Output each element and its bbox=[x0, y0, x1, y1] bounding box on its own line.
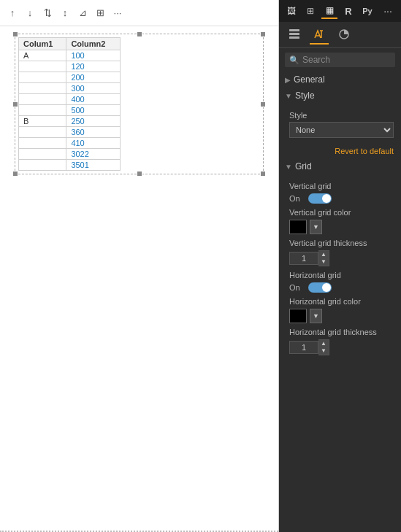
table-row: 200 bbox=[19, 72, 121, 83]
style-section-content: Style None Minimal Bold header Alternati… bbox=[279, 104, 401, 144]
resize-top-right[interactable] bbox=[260, 31, 266, 37]
vertical-grid-color-box[interactable] bbox=[289, 220, 307, 234]
col2-header: Column2 bbox=[66, 38, 121, 50]
resize-bot-right[interactable] bbox=[260, 171, 266, 177]
style-chevron-icon: ▼ bbox=[285, 92, 292, 100]
svg-rect-0 bbox=[289, 29, 299, 31]
general-section-label: General bbox=[294, 74, 325, 85]
right-panel: 🖼 ⊞ ▦ R Py ··· bbox=[279, 0, 401, 532]
panel-top-icons: 🖼 ⊞ ▦ R Py ··· bbox=[279, 0, 401, 22]
expand-icon[interactable]: ⊞ bbox=[93, 7, 107, 20]
horizontal-grid-thickness-up[interactable]: ▲ bbox=[318, 340, 329, 347]
resize-mid-right[interactable] bbox=[260, 101, 266, 107]
value-cell: 100 bbox=[66, 50, 121, 61]
value-cell: 410 bbox=[66, 138, 121, 149]
horizontal-grid-toggle[interactable] bbox=[308, 282, 332, 293]
value-cell: 200 bbox=[66, 72, 121, 83]
vertical-grid-color-label: Vertical grid color bbox=[289, 208, 394, 217]
py-icon[interactable]: Py bbox=[359, 3, 375, 19]
vertical-grid-thickness-up[interactable]: ▲ bbox=[318, 251, 329, 258]
group-a-label: A bbox=[19, 50, 66, 61]
vertical-grid-color-row: ▼ bbox=[289, 220, 394, 234]
grid-icon[interactable]: ▦ bbox=[321, 3, 337, 19]
grid-section-label: Grid bbox=[295, 161, 312, 171]
table-row: B 250 bbox=[19, 116, 121, 127]
search-input[interactable] bbox=[302, 55, 391, 65]
revert-to-default-button[interactable]: Revert to default bbox=[279, 144, 401, 158]
data-table: Colum1 Column2 A 100 120 200 bbox=[18, 37, 121, 171]
style-section-header[interactable]: ▼ Style bbox=[279, 88, 401, 104]
horizontal-grid-thickness-down[interactable]: ▼ bbox=[318, 347, 329, 355]
table-row: 360 bbox=[19, 127, 121, 138]
toolbar: ↑ ↓ ⇅ ↕ ⊿ ⊞ ··· bbox=[0, 0, 278, 26]
horizontal-grid-thickness-label: Horizontal grid thickness bbox=[289, 328, 394, 336]
grid-section-content: Vertical grid On Vertical grid color ▼ V… bbox=[279, 174, 401, 361]
vertical-grid-toggle[interactable] bbox=[308, 193, 332, 204]
r-icon[interactable]: R bbox=[340, 3, 356, 19]
format-tab[interactable] bbox=[310, 26, 329, 45]
horizontal-grid-color-box[interactable] bbox=[289, 309, 307, 323]
sort-both-icon[interactable]: ⇅ bbox=[41, 7, 54, 20]
vertical-grid-thickness-label: Vertical grid thickness bbox=[289, 239, 394, 247]
table-row: 500 bbox=[19, 105, 121, 116]
horizontal-grid-thickness-input[interactable] bbox=[289, 341, 318, 354]
horizontal-grid-label: Horizontal grid bbox=[289, 271, 394, 280]
search-icon: 🔍 bbox=[289, 55, 299, 65]
table-container: Colum1 Column2 A 100 120 200 bbox=[15, 34, 264, 174]
value-cell: 400 bbox=[66, 94, 121, 105]
table-row: A 100 bbox=[19, 50, 121, 61]
grid-chevron-icon: ▼ bbox=[285, 163, 292, 171]
horizontal-grid-color-row: ▼ bbox=[289, 309, 394, 323]
table-row: 300 bbox=[19, 83, 121, 94]
sort-asc-icon[interactable]: ↑ bbox=[6, 7, 19, 20]
resize-bot-left[interactable] bbox=[12, 171, 18, 177]
vertical-grid-thickness-input[interactable] bbox=[289, 252, 318, 265]
general-section-header[interactable]: ▶ General bbox=[279, 72, 401, 88]
horizontal-grid-toggle-thumb bbox=[322, 283, 331, 292]
grid-section-header[interactable]: ▼ Grid bbox=[279, 158, 401, 174]
vertical-grid-toggle-row: On bbox=[289, 193, 394, 204]
sort-desc-icon[interactable]: ↓ bbox=[23, 7, 37, 20]
value-cell: 500 bbox=[66, 105, 121, 116]
vertical-grid-label: Vertical grid bbox=[289, 182, 394, 190]
resize-bot-mid[interactable] bbox=[137, 171, 142, 177]
sort-az-icon[interactable]: ↕ bbox=[58, 7, 72, 20]
value-cell: 3501 bbox=[66, 160, 121, 171]
table-row: 400 bbox=[19, 94, 121, 105]
vertical-grid-toggle-label: On bbox=[289, 194, 304, 203]
panel-tab-row bbox=[279, 22, 401, 48]
vertical-grid-thickness-row: ▲ ▼ bbox=[289, 250, 394, 266]
general-chevron-icon: ▶ bbox=[285, 76, 291, 84]
col1-header: Colum1 bbox=[19, 38, 66, 50]
fields-tab[interactable] bbox=[285, 26, 304, 45]
horizontal-grid-toggle-row: On bbox=[289, 282, 394, 293]
table-row: 120 bbox=[19, 61, 121, 72]
left-panel: ↑ ↓ ⇅ ↕ ⊿ ⊞ ··· Colum1 Column2 bbox=[0, 0, 279, 532]
horizontal-grid-thickness-spinners: ▲ ▼ bbox=[318, 339, 329, 355]
horizontal-grid-thickness-row: ▲ ▼ bbox=[289, 339, 394, 355]
style-select[interactable]: None Minimal Bold header Alternating row… bbox=[289, 122, 394, 138]
resize-mid-left[interactable] bbox=[12, 101, 18, 107]
more-icon[interactable]: ··· bbox=[111, 7, 124, 20]
vertical-grid-thickness-spinners: ▲ ▼ bbox=[318, 250, 329, 266]
value-cell: 360 bbox=[66, 127, 121, 138]
table-icon[interactable]: ⊞ bbox=[302, 3, 318, 19]
value-cell: 3022 bbox=[66, 149, 121, 160]
table-row: 410 bbox=[19, 138, 121, 149]
search-box[interactable]: 🔍 bbox=[285, 53, 395, 67]
image-icon[interactable]: 🖼 bbox=[283, 3, 299, 19]
resize-top-left[interactable] bbox=[12, 31, 18, 37]
table-row: 3501 bbox=[19, 160, 121, 171]
analytics-tab[interactable] bbox=[335, 26, 354, 45]
vertical-grid-toggle-thumb bbox=[322, 194, 331, 203]
style-prop-label: Style bbox=[289, 111, 394, 120]
vertical-grid-thickness-down[interactable]: ▼ bbox=[318, 258, 329, 266]
more-options-icon[interactable]: ··· bbox=[380, 3, 396, 19]
vertical-grid-color-dropdown[interactable]: ▼ bbox=[310, 220, 322, 234]
resize-top-mid[interactable] bbox=[137, 31, 142, 37]
horizontal-grid-color-label: Horizontal grid color bbox=[289, 297, 394, 306]
filter-icon[interactable]: ⊿ bbox=[76, 7, 89, 20]
style-section-label: Style bbox=[295, 90, 315, 101]
value-cell: 250 bbox=[66, 116, 121, 127]
horizontal-grid-color-dropdown[interactable]: ▼ bbox=[310, 309, 322, 323]
